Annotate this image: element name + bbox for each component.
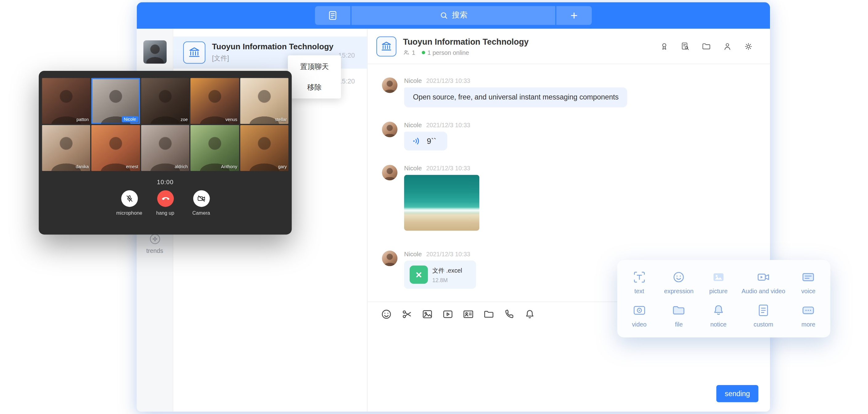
context-menu: 置顶聊天 移除 xyxy=(288,56,341,99)
action-label: more xyxy=(801,321,815,328)
audio-video-icon xyxy=(756,270,771,284)
sender-avatar[interactable] xyxy=(382,122,397,137)
participant-tile: patton xyxy=(42,78,90,124)
sender-avatar[interactable] xyxy=(382,165,397,181)
picture-icon xyxy=(711,270,725,284)
notice-bell-icon xyxy=(711,303,725,318)
search-input[interactable]: 搜索 xyxy=(351,6,555,25)
participant-tile: venus xyxy=(190,78,239,124)
participant-tile: stellar xyxy=(240,78,288,124)
participant-tile: Anthony xyxy=(190,125,239,171)
action-audio-video[interactable]: Audio and video xyxy=(738,265,788,299)
sender-avatar[interactable] xyxy=(382,77,397,93)
action-more[interactable]: more xyxy=(788,299,828,332)
expression-icon xyxy=(672,270,686,284)
bell-icon[interactable] xyxy=(524,309,535,320)
action-label: text xyxy=(634,288,644,294)
voice-icon xyxy=(801,270,815,284)
action-expression[interactable]: expression xyxy=(659,265,699,299)
topbar: 搜索 + xyxy=(137,2,770,29)
context-menu-item-pin[interactable]: 置顶聊天 xyxy=(288,56,341,77)
folder-icon[interactable] xyxy=(483,309,494,320)
image-icon[interactable] xyxy=(422,309,433,320)
participant-tile: Nicole xyxy=(92,78,140,124)
participant-tile: danika xyxy=(42,125,90,171)
action-text[interactable]: text xyxy=(620,265,659,299)
microphone-button[interactable]: microphone xyxy=(113,190,146,216)
message-input[interactable] xyxy=(367,326,770,412)
chat-header: Tuoyun Information Technology 1 1 person… xyxy=(367,29,770,64)
contact-card-icon[interactable] xyxy=(463,309,474,320)
mic-muted-icon xyxy=(121,190,137,207)
hangup-icon xyxy=(157,190,174,207)
camera-button[interactable]: Camera xyxy=(185,190,218,216)
participant-name: zoe xyxy=(181,117,188,122)
participant-name: gary xyxy=(278,164,287,169)
voice-duration: 9`` xyxy=(427,136,436,146)
context-menu-item-remove[interactable]: 移除 xyxy=(288,77,341,97)
add-button[interactable]: + xyxy=(556,6,592,25)
settings-gear-icon[interactable] xyxy=(743,41,753,51)
sender-name: Nicole xyxy=(404,251,422,257)
participant-tile: gary xyxy=(240,125,288,171)
phone-icon[interactable] xyxy=(504,309,515,320)
participant-tile: ernest xyxy=(92,125,140,171)
action-file[interactable]: file xyxy=(659,299,699,332)
desktop: 搜索 + trends xyxy=(0,0,868,414)
file-size: 12.8M xyxy=(432,277,462,283)
history-search-icon[interactable] xyxy=(680,41,690,51)
essence-medal-icon[interactable] xyxy=(659,41,669,51)
sender-name: Nicole xyxy=(404,165,422,172)
text-icon xyxy=(632,270,646,284)
participant-name: stellar xyxy=(275,117,287,122)
group-avatar[interactable] xyxy=(376,36,396,56)
timestamp: 2021/12/3 10:33 xyxy=(426,251,470,257)
action-label: expression xyxy=(664,288,694,294)
video-icon[interactable] xyxy=(442,309,454,320)
video-play-icon xyxy=(632,303,646,318)
action-custom[interactable]: custom xyxy=(738,299,788,332)
sender-avatar[interactable] xyxy=(382,251,397,266)
trends-label: trends xyxy=(137,247,173,254)
timestamp: 2021/12/3 10:33 xyxy=(426,122,470,129)
participant-grid: patton Nicole zoe venus stellar danika e… xyxy=(42,78,288,171)
action-picture[interactable]: picture xyxy=(699,265,738,299)
emoji-icon[interactable] xyxy=(381,309,392,320)
timestamp: 2021/12/3 10:33 xyxy=(426,165,470,172)
hangup-label: hang up xyxy=(156,210,174,216)
message: Nicole 2021/12/3 10:33 Open source, free… xyxy=(382,77,770,107)
send-button[interactable]: sending xyxy=(716,385,758,402)
notes-icon xyxy=(327,10,338,21)
timestamp: 2021/12/3 10:33 xyxy=(426,77,470,84)
search-placeholder: 搜索 xyxy=(452,10,467,20)
action-label: voice xyxy=(801,288,815,294)
excel-file-icon: ✕ xyxy=(410,265,428,284)
action-label: video xyxy=(632,321,646,328)
notes-button[interactable] xyxy=(315,6,350,25)
participant-name: danika xyxy=(76,164,89,169)
voice-bubble[interactable]: 9`` xyxy=(404,132,447,151)
action-voice[interactable]: voice xyxy=(788,265,828,299)
participant-name: ernest xyxy=(126,164,138,169)
sender-name: Nicole xyxy=(404,122,422,129)
profile-avatar[interactable] xyxy=(143,40,166,63)
message: Nicole 2021/12/3 10:33 9`` xyxy=(382,122,770,151)
image-attachment[interactable] xyxy=(404,175,479,231)
sidebar-item-trends[interactable]: trends xyxy=(137,232,173,254)
action-notice[interactable]: notice xyxy=(699,299,738,332)
participant-name: Anthony xyxy=(221,164,237,169)
hangup-button[interactable]: hang up xyxy=(149,190,182,216)
participant-name: aldrich xyxy=(175,164,188,169)
group-title: Tuoyun Information Technology xyxy=(403,37,529,46)
scissors-icon[interactable] xyxy=(401,309,412,320)
action-video[interactable]: video xyxy=(620,299,659,332)
action-label: picture xyxy=(709,288,727,294)
org-avatar xyxy=(183,41,205,64)
chat-header-actions xyxy=(659,41,753,51)
file-card[interactable]: ✕ 文件 .excel 12.8M xyxy=(404,261,476,289)
group-files-icon[interactable] xyxy=(701,41,711,51)
member-count: 1 xyxy=(412,49,415,56)
members-icon[interactable] xyxy=(722,41,733,51)
action-label: Audio and video xyxy=(742,288,785,294)
participant-tile: zoe xyxy=(141,78,190,124)
